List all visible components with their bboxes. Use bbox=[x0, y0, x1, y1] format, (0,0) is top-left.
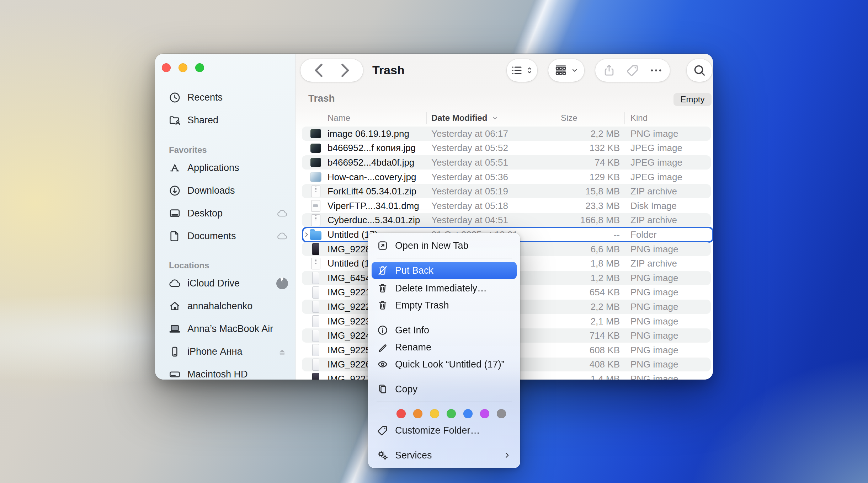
back-button[interactable] bbox=[307, 59, 332, 82]
close-button[interactable] bbox=[162, 63, 171, 72]
file-size: 129 KB bbox=[561, 170, 620, 184]
table-row[interactable]: b466952...f копия.jpgYesterday at 05:521… bbox=[295, 141, 713, 156]
appstore-icon bbox=[168, 161, 181, 175]
sidebar-item-documents[interactable]: Documents bbox=[155, 225, 295, 247]
file-icon bbox=[310, 156, 322, 169]
eye-icon bbox=[377, 358, 389, 370]
table-row[interactable]: ForkLift4 05.34.01.zipYesterday at 05:19… bbox=[295, 184, 713, 199]
menu-item-open-in-new-tab[interactable]: Open in New Tab bbox=[368, 237, 520, 254]
sidebar-item-iphone[interactable]: iPhone Анна bbox=[155, 340, 295, 363]
menu-item-rename[interactable]: Rename bbox=[368, 339, 520, 356]
sidebar-item-anna-s-macbook-air[interactable]: Anna’s MacBook Air bbox=[155, 317, 295, 340]
zoom-button[interactable] bbox=[195, 63, 204, 72]
file-kind: PNG image bbox=[630, 271, 678, 285]
document-icon bbox=[168, 230, 181, 243]
file-kind: Folder bbox=[630, 227, 657, 242]
sidebar: RecentsSharedFavoritesApplicationsDownlo… bbox=[155, 54, 295, 380]
file-icon bbox=[310, 286, 322, 299]
tag-button[interactable] bbox=[625, 63, 640, 77]
tag-color-orange[interactable] bbox=[413, 409, 422, 418]
menu-item-copy[interactable]: Copy bbox=[368, 381, 520, 398]
sidebar-item-desktop[interactable]: Desktop bbox=[155, 202, 295, 225]
table-row[interactable]: image 06.19.19.pngYesterday at 06:172,2 … bbox=[295, 127, 713, 141]
sidebar-item-applications[interactable]: Applications bbox=[155, 156, 295, 179]
sidebar-item-icloud-drive[interactable]: iCloud Drive bbox=[155, 272, 295, 295]
column-header-name[interactable]: Name bbox=[328, 110, 350, 126]
sidebar-item-label: iCloud Drive bbox=[187, 278, 270, 289]
sort-chevrons-icon bbox=[525, 63, 534, 77]
list-view-button[interactable] bbox=[507, 59, 537, 82]
menu-item-quick-look-untitled-17[interactable]: Quick Look “Untitled (17)” bbox=[368, 356, 520, 373]
menu-item-delete-immediately[interactable]: Delete Immediately… bbox=[368, 280, 520, 297]
file-date-modified: Yesterday at 06:17 bbox=[431, 127, 508, 141]
tag-color-purple[interactable] bbox=[480, 409, 489, 418]
sidebar-item-label: Anna’s MacBook Air bbox=[187, 323, 288, 334]
table-row[interactable]: b466952...4bda0f.jpgYesterday at 05:5174… bbox=[295, 155, 713, 170]
clock-icon bbox=[168, 91, 181, 104]
tag-color-yellow[interactable] bbox=[430, 409, 439, 418]
file-name: IMG_9226 bbox=[328, 358, 371, 372]
column-divider[interactable] bbox=[555, 112, 555, 124]
table-row[interactable]: How-can-...covery.jpgYesterday at 05:361… bbox=[295, 170, 713, 184]
column-header-size[interactable]: Size bbox=[561, 110, 577, 126]
file-kind: PNG image bbox=[630, 285, 678, 300]
column-divider[interactable] bbox=[426, 112, 427, 124]
file-size: 132 KB bbox=[561, 141, 620, 156]
file-size: 1,4 MB bbox=[561, 372, 620, 380]
trash-section-title: Trash bbox=[308, 93, 335, 104]
sidebar-item-recents[interactable]: Recents bbox=[155, 86, 295, 109]
share-button[interactable] bbox=[602, 63, 616, 77]
file-icon bbox=[310, 344, 322, 356]
column-header-kind[interactable]: Kind bbox=[630, 110, 648, 126]
navigation-buttons bbox=[300, 59, 363, 82]
column-divider[interactable] bbox=[624, 112, 625, 124]
menu-item-services[interactable]: Services bbox=[368, 447, 520, 464]
tag-color-red[interactable] bbox=[396, 409, 406, 418]
group-view-button[interactable] bbox=[548, 59, 584, 82]
file-name: IMG_9222 bbox=[328, 300, 371, 314]
menu-item-label: Rename bbox=[395, 342, 431, 353]
file-size: 2,2 MB bbox=[561, 300, 620, 314]
file-icon bbox=[310, 358, 322, 371]
table-row[interactable]: Cyberduc...5.34.01.zipYesterday at 04:51… bbox=[295, 213, 713, 228]
home-icon bbox=[168, 300, 181, 313]
forward-button[interactable] bbox=[332, 59, 357, 82]
sort-direction-icon bbox=[491, 114, 499, 122]
window-title: Trash bbox=[372, 63, 405, 77]
table-row[interactable]: ViperFTP....34.01.dmgYesterday at 05:182… bbox=[295, 199, 713, 213]
context-menu: Open in New TabPut BackDelete Immediatel… bbox=[368, 233, 520, 468]
empty-trash-button[interactable]: Empty bbox=[673, 93, 712, 106]
more-actions-button[interactable] bbox=[649, 63, 663, 77]
search-button[interactable] bbox=[687, 59, 712, 82]
sidebar-item-annahalchenko[interactable]: annahalchenko bbox=[155, 295, 295, 317]
menu-item-put-back[interactable]: Put Back bbox=[372, 262, 517, 279]
sidebar-item-macintosh-hd[interactable]: Macintosh HD bbox=[155, 363, 295, 380]
sidebar-item-downloads[interactable]: Downloads bbox=[155, 179, 295, 202]
pie-icon bbox=[276, 278, 288, 289]
pencil-icon bbox=[377, 341, 389, 353]
column-header-date-modified[interactable]: Date Modified bbox=[431, 110, 499, 126]
sidebar-item-label: Shared bbox=[187, 115, 288, 126]
sidebar-lists: RecentsSharedFavoritesApplicationsDownlo… bbox=[155, 86, 295, 380]
sidebar-item-label: Documents bbox=[187, 231, 270, 242]
tag-color-blue[interactable] bbox=[463, 409, 473, 418]
menu-item-label: Delete Immediately… bbox=[395, 283, 487, 294]
file-size: 714 KB bbox=[561, 328, 620, 343]
menu-item-customize-folder[interactable]: Customize Folder… bbox=[368, 422, 520, 439]
tag-color-green[interactable] bbox=[447, 409, 456, 418]
menu-item-get-info[interactable]: Get Info bbox=[368, 322, 520, 339]
file-kind: JPEG image bbox=[630, 141, 682, 156]
file-date-modified: Yesterday at 05:19 bbox=[431, 184, 508, 199]
tag-color-gray[interactable] bbox=[497, 409, 506, 418]
sidebar-item-shared[interactable]: Shared bbox=[155, 109, 295, 132]
minimize-button[interactable] bbox=[179, 63, 187, 72]
file-name: IMG_6454 bbox=[328, 271, 371, 285]
sidebar-section-locations: Locations bbox=[155, 253, 295, 272]
menu-item-label: Copy bbox=[395, 384, 417, 395]
chevron-down-icon bbox=[570, 63, 579, 77]
file-kind: PNG image bbox=[630, 372, 678, 380]
menu-item-empty-trash[interactable]: Empty Trash bbox=[368, 297, 520, 314]
menu-separator bbox=[377, 402, 512, 402]
menu-separator bbox=[377, 258, 512, 258]
file-name: Cyberduc...5.34.01.zip bbox=[328, 213, 420, 228]
